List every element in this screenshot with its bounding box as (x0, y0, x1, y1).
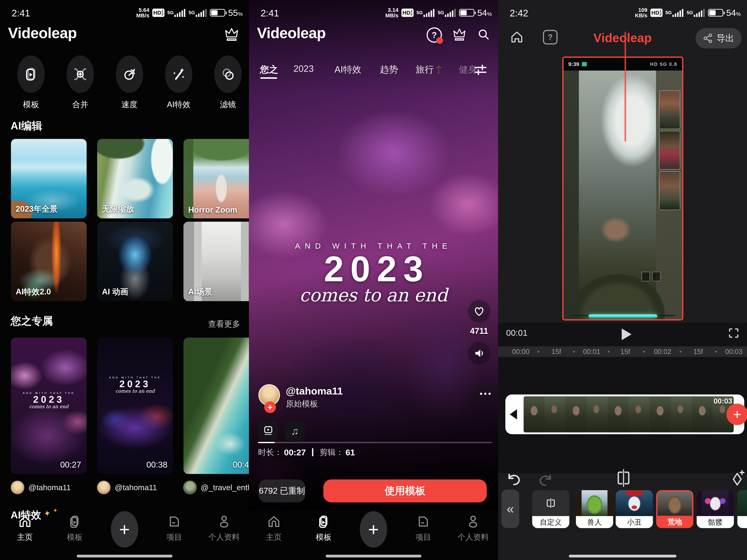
like-button[interactable] (468, 300, 490, 323)
tab-trending[interactable]: 趋势 (380, 63, 398, 76)
template-card[interactable]: AI 动画 (97, 222, 173, 301)
effect-custom[interactable]: 自定义 (532, 490, 569, 528)
music-button[interactable]: ♫ (285, 421, 305, 441)
battery-icon (210, 9, 225, 17)
author-chip[interactable]: @tahoma11 (10, 481, 95, 495)
split-clip-button[interactable] (615, 469, 632, 488)
nav-profile[interactable]: 个人资料 (199, 512, 249, 552)
home-indicator (326, 555, 421, 557)
video-overlay-text: AND WITH THAT THE 2023 comes to an end (249, 242, 498, 305)
export-button[interactable]: 导出 (696, 28, 742, 49)
user-template-card[interactable]: 00:49 (183, 338, 249, 474)
author-chip[interactable]: @tahoma11 (97, 481, 181, 495)
signal-icon-sim1: 5G (416, 8, 435, 17)
preview-inner-statusbar: 9:39 HD 5G 0.8 (564, 58, 682, 71)
timeline-zone: 00:01 00:00• 15f• 00:01• 15f• 00:02• 15f… (498, 323, 747, 473)
avatar (183, 481, 197, 495)
crown-pro-icon[interactable] (224, 27, 239, 43)
filter-sliders-icon[interactable] (473, 63, 488, 77)
home-indicator (569, 555, 676, 557)
author-chip[interactable]: @_travel_enthusi... (183, 481, 249, 495)
nav-projects[interactable]: 项目 (398, 512, 448, 552)
signal-icon-sim1: 5G (666, 8, 684, 17)
tab-travel[interactable]: 旅行 (416, 63, 442, 76)
tool-merge[interactable]: 合并 (67, 55, 94, 110)
share-icon (703, 33, 713, 44)
template-card[interactable]: AI特效2.0 (11, 222, 87, 301)
mute-button[interactable] (468, 342, 490, 365)
tab-ai-effects[interactable]: AI特效 (334, 63, 361, 76)
search-icon[interactable] (477, 28, 491, 42)
speed-icon (116, 55, 143, 93)
template-stats: 时长： 00:27 剪辑： 61 (258, 446, 355, 459)
tool-speed[interactable]: 速度 (116, 55, 143, 110)
signal-icon-sim1: 5G (168, 8, 186, 17)
divider (312, 448, 313, 456)
clock: 2:41 (12, 8, 30, 19)
nav-projects[interactable]: 项目 (149, 512, 199, 552)
avatar (10, 481, 24, 495)
home-screen: 2:41 5.64 MB/s HD 12 5G 5G (0, 0, 249, 560)
creator-username[interactable]: @tahoma11 (286, 385, 343, 397)
network-speed: 109KB/s (635, 7, 647, 18)
media-preview-button[interactable] (258, 421, 278, 441)
plus-icon: + (111, 511, 138, 548)
nav-home[interactable]: 主页 (249, 512, 299, 552)
nav-create[interactable]: + (349, 512, 398, 552)
tab-yours[interactable]: 您之 (260, 63, 278, 76)
effect-partial[interactable]: 食 (737, 490, 747, 528)
tab-2023[interactable]: 2023 (293, 63, 314, 74)
play-button[interactable] (622, 328, 632, 340)
nav-templates[interactable]: 模板 (299, 512, 349, 552)
category-tabs: 您之 2023 AI特效 趋势 旅行 健身 (249, 63, 498, 80)
tool-ai-effects[interactable]: AI特效 (165, 55, 192, 110)
user-template-card[interactable]: AND WITH THAT THE 2023 comes to an end 0… (97, 338, 173, 474)
filters-icon (214, 55, 242, 93)
nav-profile[interactable]: 个人资料 (448, 512, 498, 552)
battery-icon (459, 9, 474, 17)
template-card[interactable]: Horror Zoom (183, 139, 249, 218)
video-preview[interactable]: 9:39 HD 5G 0.8 (562, 56, 684, 320)
notification-dot (436, 37, 443, 44)
user-template-card[interactable]: AND WITH THAT THE 2023 comes to an end 0… (11, 338, 87, 474)
fullscreen-icon[interactable] (728, 327, 740, 340)
effect-orc[interactable]: 兽人 (576, 490, 613, 528)
remix-count-badge: 6792 已重制 (258, 479, 306, 502)
help-icon[interactable]: ? (427, 27, 442, 43)
redo-button[interactable] (538, 473, 553, 487)
bottom-nav: 主页 模板 + 项目 个人资料 (249, 512, 498, 552)
tool-filters[interactable]: 滤镜 (214, 55, 242, 110)
nav-home[interactable]: 主页 (0, 512, 50, 552)
crown-pro-icon[interactable] (452, 27, 467, 43)
use-template-button[interactable]: 使用模板 (323, 479, 487, 502)
follow-plus-badge[interactable]: + (264, 401, 276, 413)
trim-handle-left[interactable] (510, 409, 517, 420)
plus-icon: + (360, 511, 387, 548)
more-options-button[interactable]: ••• (475, 382, 497, 405)
effect-skull[interactable]: 骷髅 (697, 490, 734, 528)
collapse-panel-button[interactable]: « (501, 489, 519, 528)
editor-screen: 2:42 109KB/s HD 12 5G 5G 54% (498, 0, 747, 560)
clip-filmstrip[interactable]: 00:03 (505, 395, 744, 434)
template-card[interactable]: AI场景 (183, 222, 249, 301)
effect-clown[interactable]: 小丑 (616, 490, 653, 528)
preview-side-strip (659, 90, 680, 210)
template-card[interactable]: 无限缩放 (97, 139, 173, 218)
add-clip-button[interactable]: + (726, 404, 747, 425)
clock: 2:41 (261, 8, 279, 19)
hd-volte-icon: HD 12 (152, 8, 164, 17)
nav-create[interactable]: + (100, 512, 149, 552)
merge-icon (67, 55, 94, 93)
playback-progress[interactable] (258, 442, 492, 443)
effect-wasteland-selected[interactable]: 荒地 (656, 490, 693, 528)
template-card[interactable]: 2023年全景 (11, 139, 87, 218)
tool-templates[interactable]: 模板 (17, 55, 45, 110)
like-count: 4711 (468, 326, 490, 336)
template-detail-screen: 2:41 3.14MB/s HD 12 5G 5G 54% (249, 0, 498, 560)
undo-button[interactable] (506, 473, 522, 487)
see-more-link[interactable]: 查看更多 (208, 319, 240, 329)
nav-templates[interactable]: 模板 (50, 512, 100, 552)
effects-button[interactable] (730, 470, 745, 487)
progress-fill (258, 442, 275, 443)
status-icons: 5.64 MB/s HD 12 5G 5G 55% (136, 5, 243, 20)
